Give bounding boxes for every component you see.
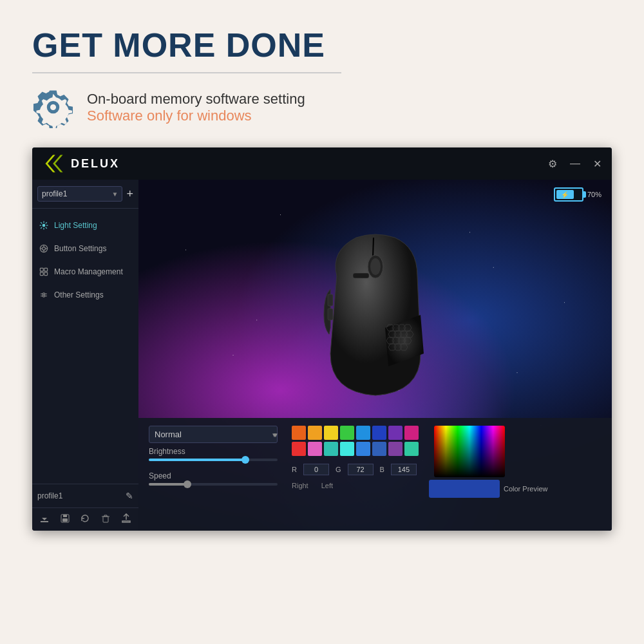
window-body: profile1 ▼ + bbox=[32, 180, 612, 531]
svg-rect-30 bbox=[103, 516, 108, 522]
settings-button[interactable]: ⚙ bbox=[548, 158, 557, 170]
battery-fill: ⚡ bbox=[556, 190, 574, 199]
svg-marker-1 bbox=[53, 155, 62, 173]
g-input[interactable] bbox=[348, 464, 374, 475]
color-swatch-5[interactable] bbox=[372, 426, 386, 440]
light-icon bbox=[39, 220, 49, 231]
feature-row: On-board memory software setting Softwar… bbox=[32, 86, 612, 128]
color-swatch-12[interactable] bbox=[356, 442, 370, 456]
color-swatch-8[interactable] bbox=[292, 442, 306, 456]
speed-track[interactable] bbox=[149, 483, 278, 486]
panel-main-row: Normal Breathing Rainbow Static Off ▼ Br… bbox=[149, 426, 601, 498]
sidebar-item-macro[interactable]: Macro Management bbox=[32, 260, 138, 283]
color-section: R G B Right Left bbox=[292, 426, 419, 489]
color-swatch-13[interactable] bbox=[372, 442, 386, 456]
battery-icon: ⚡ bbox=[554, 187, 583, 202]
color-swatch-2[interactable] bbox=[324, 426, 338, 440]
svg-line-10 bbox=[41, 227, 42, 229]
gear-icon-large bbox=[32, 86, 74, 128]
toolbar-btn-import[interactable] bbox=[39, 513, 50, 526]
divider bbox=[32, 72, 341, 73]
top-section: GET MORE DONE On-board memory software s… bbox=[0, 0, 644, 141]
page-title: GET MORE DONE bbox=[32, 26, 612, 64]
mouse-display bbox=[292, 205, 459, 424]
b-input[interactable] bbox=[391, 464, 417, 475]
svg-rect-20 bbox=[44, 272, 48, 276]
svg-rect-18 bbox=[44, 268, 48, 271]
brightness-track[interactable] bbox=[149, 459, 278, 461]
main-content: ⚡ 70% bbox=[138, 180, 612, 531]
window-header: DELUX ⚙ — ✕ bbox=[32, 147, 612, 180]
sidebar-label-button: Button Settings bbox=[54, 244, 106, 253]
svg-rect-19 bbox=[40, 272, 43, 276]
color-swatch-1[interactable] bbox=[308, 426, 322, 440]
color-picker-section: Color Preview bbox=[429, 426, 547, 498]
button-icon bbox=[39, 243, 49, 254]
speed-fill bbox=[149, 483, 187, 486]
color-preview-label: Color Preview bbox=[504, 485, 547, 493]
brightness-fill bbox=[149, 459, 245, 461]
color-grid bbox=[292, 426, 419, 456]
sidebar-item-light[interactable]: Light Setting bbox=[32, 214, 138, 237]
svg-line-8 bbox=[46, 227, 47, 229]
logo-area: DELUX bbox=[43, 152, 120, 175]
toolbar-btn-export[interactable] bbox=[121, 513, 131, 526]
sidebar-item-button[interactable]: Button Settings bbox=[32, 237, 138, 260]
mouse-svg bbox=[317, 225, 433, 405]
sidebar-menu: Light Setting Button Settings bbox=[32, 209, 138, 484]
sidebar-toolbar bbox=[32, 507, 138, 531]
profile-name-display: profile1 bbox=[42, 189, 67, 198]
other-icon bbox=[39, 290, 49, 300]
minimize-button[interactable]: — bbox=[570, 158, 580, 169]
toolbar-btn-reset[interactable] bbox=[80, 513, 90, 526]
battery-indicator: ⚡ 70% bbox=[554, 187, 601, 202]
color-swatch-3[interactable] bbox=[340, 426, 354, 440]
svg-point-26 bbox=[43, 295, 44, 297]
sidebar-label-macro: Macro Management bbox=[54, 267, 123, 276]
svg-point-12 bbox=[43, 247, 46, 251]
color-swatch-15[interactable] bbox=[404, 442, 419, 456]
macro-icon bbox=[39, 267, 49, 277]
color-picker[interactable] bbox=[434, 426, 505, 477]
sidebar-item-other[interactable]: Other Settings bbox=[32, 283, 138, 307]
left-label: Left bbox=[321, 482, 333, 489]
rgb-inputs: R G B bbox=[292, 464, 419, 475]
battery-percent: 70% bbox=[587, 191, 601, 198]
feature-main-text: On-board memory software setting bbox=[87, 91, 305, 108]
svg-rect-28 bbox=[63, 515, 67, 517]
color-swatch-14[interactable] bbox=[388, 442, 402, 456]
sidebar-bottom: profile1 ✎ bbox=[32, 484, 138, 507]
sidebar-label-light: Light Setting bbox=[54, 221, 97, 230]
close-button[interactable]: ✕ bbox=[593, 158, 601, 170]
brightness-control: Brightness bbox=[149, 447, 284, 468]
color-swatch-10[interactable] bbox=[324, 442, 338, 456]
right-label: Right bbox=[292, 482, 308, 489]
edit-icon[interactable]: ✎ bbox=[126, 491, 133, 501]
brightness-thumb[interactable] bbox=[242, 456, 249, 464]
brightness-label: Brightness bbox=[149, 447, 284, 456]
speed-thumb[interactable] bbox=[184, 480, 191, 488]
color-swatch-9[interactable] bbox=[308, 442, 322, 456]
svg-line-7 bbox=[41, 222, 42, 223]
sidebar-label-other: Other Settings bbox=[54, 290, 104, 299]
color-swatch-11[interactable] bbox=[340, 442, 354, 456]
profile-add-button[interactable]: + bbox=[126, 187, 133, 201]
panel-controls: Normal Breathing Rainbow Static Off ▼ Br… bbox=[149, 426, 284, 492]
color-swatch-7[interactable] bbox=[404, 426, 419, 440]
color-swatch-4[interactable] bbox=[356, 426, 370, 440]
speed-control: Speed bbox=[149, 471, 284, 492]
color-swatch-6[interactable] bbox=[388, 426, 402, 440]
r-input[interactable] bbox=[303, 464, 329, 475]
toolbar-btn-save[interactable] bbox=[60, 513, 70, 526]
color-preview-row: Color Preview bbox=[429, 480, 547, 498]
software-window: DELUX ⚙ — ✕ profile1 ▼ + bbox=[32, 147, 612, 531]
svg-rect-29 bbox=[62, 518, 68, 522]
svg-line-9 bbox=[46, 222, 47, 223]
logo-text: DELUX bbox=[71, 157, 120, 171]
g-label: G bbox=[336, 466, 341, 473]
color-swatch-0[interactable] bbox=[292, 426, 306, 440]
toolbar-btn-delete[interactable] bbox=[100, 513, 111, 526]
mode-select[interactable]: Normal Breathing Rainbow Static Off bbox=[149, 426, 278, 443]
feature-sub-text: Software only for windows bbox=[87, 108, 305, 124]
delux-logo-icon bbox=[43, 152, 66, 175]
